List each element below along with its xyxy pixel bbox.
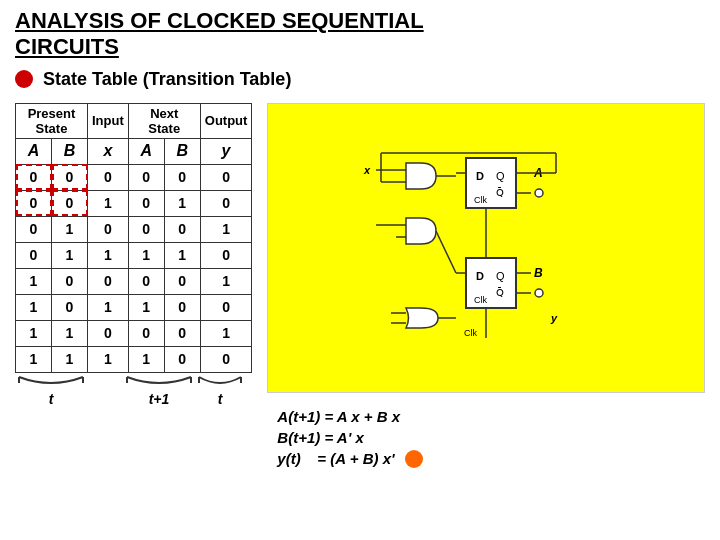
brace-t2-label: t [218, 391, 223, 407]
cell-a: 0 [16, 190, 52, 216]
equations-area: A(t+1) = A x + B x B(t+1) = A' x y(t) = … [267, 403, 705, 477]
cell-na: 0 [128, 164, 164, 190]
cell-x: 0 [88, 216, 129, 242]
svg-text:D: D [476, 170, 484, 182]
state-table-area: Present State Input Next State Output A … [15, 103, 252, 477]
svg-text:x: x [363, 164, 371, 176]
cell-x: 0 [88, 164, 129, 190]
cell-y: 0 [200, 164, 252, 190]
cell-y: 0 [200, 346, 252, 372]
cell-a: 0 [16, 164, 52, 190]
cell-b: 1 [52, 320, 88, 346]
table-row: 1 1 1 1 0 0 [16, 346, 252, 372]
cell-a: 1 [16, 294, 52, 320]
present-state-header: Present State [16, 103, 88, 138]
brace-t-output: t [195, 375, 245, 407]
cell-nb: 0 [164, 164, 200, 190]
circuit-diagram: D Q Q̄ Clk A D Q Q̄ Clk [267, 103, 705, 393]
circuit-svg: D Q Q̄ Clk A D Q Q̄ Clk [356, 138, 616, 358]
cell-na: 1 [128, 346, 164, 372]
table-row: 0 1 1 1 1 0 [16, 242, 252, 268]
orange-circle-icon [405, 450, 423, 468]
cell-a: 1 [16, 268, 52, 294]
svg-line-32 [436, 231, 456, 273]
col-a-header: A [16, 138, 52, 164]
cell-y: 0 [200, 294, 252, 320]
cell-nb: 0 [164, 346, 200, 372]
svg-point-37 [535, 289, 543, 297]
cell-na: 0 [128, 268, 164, 294]
brace-t1-label: t+1 [149, 391, 170, 407]
svg-text:Q: Q [496, 170, 505, 182]
cell-a: 0 [16, 216, 52, 242]
svg-text:Clk: Clk [474, 295, 487, 305]
cell-x: 1 [88, 242, 129, 268]
cell-nb: 1 [164, 190, 200, 216]
equation-1: A(t+1) = A x + B x [277, 408, 695, 425]
col-nb-header: B [164, 138, 200, 164]
svg-text:Q̄: Q̄ [496, 287, 504, 298]
cell-b: 1 [52, 242, 88, 268]
cell-a: 1 [16, 346, 52, 372]
cell-nb: 0 [164, 320, 200, 346]
col-na-header: A [128, 138, 164, 164]
cell-na: 0 [128, 190, 164, 216]
cell-y: 0 [200, 242, 252, 268]
cell-x: 0 [88, 320, 129, 346]
cell-nb: 1 [164, 242, 200, 268]
table-row: 0 0 0 0 0 0 [16, 164, 252, 190]
cell-b: 0 [52, 268, 88, 294]
cell-b: 0 [52, 190, 88, 216]
output-header: Output [200, 103, 252, 138]
cell-na: 1 [128, 242, 164, 268]
cell-x: 0 [88, 268, 129, 294]
col-b-header: B [52, 138, 88, 164]
table-row: 1 0 0 0 0 1 [16, 268, 252, 294]
input-header: Input [88, 103, 129, 138]
svg-text:Q̄: Q̄ [496, 187, 504, 198]
brace-t-label: t [49, 391, 54, 407]
bullet-icon [15, 70, 33, 88]
svg-text:Q: Q [496, 270, 505, 282]
col-x-header: x [88, 138, 129, 164]
cell-b: 0 [52, 164, 88, 190]
table-row: 1 1 0 0 0 1 [16, 320, 252, 346]
cell-y: 0 [200, 190, 252, 216]
cell-nb: 0 [164, 294, 200, 320]
svg-text:B: B [534, 266, 543, 280]
col-y-header: y [200, 138, 252, 164]
cell-b: 1 [52, 346, 88, 372]
table-row: 1 0 1 1 0 0 [16, 294, 252, 320]
cell-b: 0 [52, 294, 88, 320]
table-row: 0 0 1 0 1 0 [16, 190, 252, 216]
page-title: ANALYSIS OF CLOCKED SEQUENTIAL CIRCUITS [15, 8, 705, 61]
cell-a: 0 [16, 242, 52, 268]
svg-text:Clk: Clk [464, 328, 477, 338]
svg-text:D: D [476, 270, 484, 282]
cell-y: 1 [200, 320, 252, 346]
cell-a: 1 [16, 320, 52, 346]
cell-nb: 0 [164, 216, 200, 242]
cell-na: 0 [128, 320, 164, 346]
cell-x: 1 [88, 294, 129, 320]
next-state-header: Next State [128, 103, 200, 138]
svg-text:Clk: Clk [474, 195, 487, 205]
cell-y: 1 [200, 268, 252, 294]
subtitle: State Table (Transition Table) [43, 69, 291, 90]
svg-point-36 [535, 189, 543, 197]
state-table: Present State Input Next State Output A … [15, 103, 252, 373]
cell-b: 1 [52, 216, 88, 242]
cell-x: 1 [88, 346, 129, 372]
brace-t1-next: t+1 [123, 375, 195, 407]
brace-t-present: t [15, 375, 87, 407]
cell-nb: 0 [164, 268, 200, 294]
table-row: 0 1 0 0 0 1 [16, 216, 252, 242]
cell-na: 0 [128, 216, 164, 242]
cell-x: 1 [88, 190, 129, 216]
equation-2: B(t+1) = A' x [277, 429, 695, 446]
svg-text:y: y [550, 312, 558, 324]
cell-y: 1 [200, 216, 252, 242]
equation-3: y(t) = (A + B) x' [277, 450, 695, 468]
cell-na: 1 [128, 294, 164, 320]
